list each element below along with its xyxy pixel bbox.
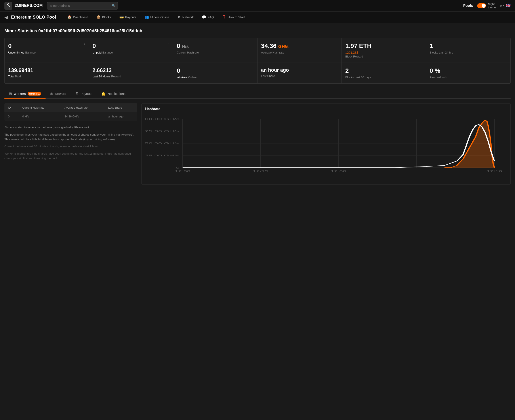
svg-text:75.00 GH/s: 75.00 GH/s xyxy=(145,130,179,133)
tab-reward-label: Reward xyxy=(55,92,66,96)
pool-title: Ethereum SOLO Pool xyxy=(11,15,56,20)
faq-icon: 💬 xyxy=(202,15,206,19)
search-input[interactable] xyxy=(47,2,118,9)
nav-blocks[interactable]: 📦 Blocks xyxy=(93,12,115,23)
col-last-share: Last Share xyxy=(104,103,137,112)
stat-workers-online: 0 Workers Online xyxy=(173,63,258,83)
svg-text:100.00 GH/s: 100.00 GH/s xyxy=(145,118,179,120)
svg-text:12:00: 12:00 xyxy=(331,170,346,172)
unconfirmed-info-icon[interactable]: ℹ xyxy=(84,43,85,46)
worker-id: 0 xyxy=(4,112,19,121)
info-text-2: The pool determines your hashrate based … xyxy=(4,133,137,142)
how-to-start-icon: ❓ xyxy=(222,15,226,19)
col-id: ID xyxy=(4,103,19,112)
stat-last-24h-reward-label: Last 24 Hours Reward xyxy=(92,75,169,78)
tab-workers[interactable]: ⊞ Workers Offline: 1 xyxy=(4,89,45,99)
stat-total-paid-value: 139.69481 xyxy=(8,67,85,74)
search-box: 🔍 xyxy=(47,2,118,9)
stat-current-hashrate-label: Current Hashrate xyxy=(177,51,254,54)
stat-personal-luck-label: Personal luck xyxy=(430,76,507,79)
network-icon: 🖥 xyxy=(177,15,181,19)
tabs: ⊞ Workers Offline: 1 ◎ Reward 🗓 Payouts … xyxy=(4,89,511,99)
blocks-icon: 📦 xyxy=(96,15,101,19)
stat-blocks-24h: 1 Blocks Last 24 hrs xyxy=(426,38,510,63)
info-text-1: Since you start to mine your hashrate gr… xyxy=(4,125,137,130)
content: Miner Statistics 0x2fbb07c09d69fb2d5070d… xyxy=(0,23,515,190)
nav-faq-label: FAQ xyxy=(207,15,214,19)
workers-section: ID Current Hashrate Average Hashrate Las… xyxy=(4,103,511,185)
stat-blocks-30d: 2 Blocks Last 30 days xyxy=(342,63,426,83)
theme-toggle[interactable] xyxy=(477,3,486,8)
tab-reward[interactable]: ◎ Reward xyxy=(45,89,71,99)
stat-average-hashrate-value: 34.36 GH/s xyxy=(261,43,338,50)
nav-dashboard[interactable]: 🏠 Dashboard xyxy=(64,12,92,23)
stat-last-share: an hour ago Last Share xyxy=(258,63,342,83)
tab-notifications[interactable]: 🔔 Notifications xyxy=(97,89,130,99)
nav-network[interactable]: 🖥 Network xyxy=(174,12,197,23)
info-text-3: Current hashrate - last 30 minutes of wo… xyxy=(4,144,137,149)
stat-last-share-label: Last Share xyxy=(261,74,338,78)
stat-block-reward-label: Block Reward xyxy=(345,55,422,58)
worker-current-hashrate: 0 H/s xyxy=(19,112,61,121)
search-icon[interactable]: 🔍 xyxy=(112,4,116,8)
stat-total-paid: 139.69481 Total Paid xyxy=(5,63,89,83)
nav-how-to-start[interactable]: ❓ How to Start xyxy=(218,12,248,23)
night-toggle: Night theme xyxy=(477,2,496,9)
tab-notifications-label: Notifications xyxy=(107,92,125,96)
stat-personal-luck-value: 0 % xyxy=(430,67,507,74)
nav-faq[interactable]: 💬 FAQ xyxy=(198,12,217,23)
payouts-tab-icon: 🗓 xyxy=(75,92,79,96)
stat-unconfirmed-label: Unconfirmed Balance xyxy=(8,51,85,54)
stats-grid: 0 ℹ Unconfirmed Balance 0 ℹ Unpaid Balan… xyxy=(4,38,511,84)
stat-blocks-30d-label: Blocks Last 30 days xyxy=(345,76,422,79)
nav-payouts[interactable]: 💳 Payouts xyxy=(116,12,140,23)
pools-link[interactable]: Pools xyxy=(463,4,473,8)
col-average-hashrate: Average Hashrate xyxy=(61,103,105,112)
stat-unpaid-label: Unpaid Balance xyxy=(92,51,169,54)
lang-label: EN xyxy=(500,4,505,8)
stat-block-reward-value: 1.97 ETH xyxy=(345,43,422,50)
nav: ◀ Ethereum SOLO Pool 🏠 Dashboard 📦 Block… xyxy=(0,12,515,23)
header: ⛏ 2MINERS.COM 🔍 Pools Night theme EN 🇬🇧 xyxy=(0,0,515,12)
table-row: 0 0 H/s 34.36 GH/s an hour ago xyxy=(4,112,137,121)
stat-blocks-24h-label: Blocks Last 24 hrs xyxy=(430,51,507,54)
hashrate-chart: 100.00 GH/s 75.00 GH/s 50.00 GH/s 25.00 … xyxy=(145,115,507,181)
svg-text:12/16: 12/16 xyxy=(486,170,502,172)
chart-area: 100.00 GH/s 75.00 GH/s 50.00 GH/s 25.00 … xyxy=(145,115,507,181)
nav-blocks-label: Blocks xyxy=(102,15,111,19)
flag-icon: 🇬🇧 xyxy=(506,3,511,8)
stat-unpaid-value: 0 xyxy=(92,43,96,50)
svg-marker-19 xyxy=(444,120,494,168)
table-info: Since you start to mine your hashrate gr… xyxy=(4,125,137,161)
logo[interactable]: ⛏ 2MINERS.COM xyxy=(4,2,43,10)
stat-unconfirmed-value: 0 xyxy=(8,43,12,50)
nav-network-label: Network xyxy=(182,15,194,19)
svg-text:50.00 GH/s: 50.00 GH/s xyxy=(145,142,179,145)
stat-current-hashrate-value: 0 H/s xyxy=(177,43,254,50)
svg-text:12/15: 12/15 xyxy=(253,170,269,172)
nav-how-to-start-label: How to Start xyxy=(228,15,245,19)
workers-table: ID Current Hashrate Average Hashrate Las… xyxy=(4,103,137,121)
stat-last-24h-reward-value: 2.66213 xyxy=(92,67,169,74)
stat-last-share-value: an hour ago xyxy=(261,67,338,73)
reward-tab-icon: ◎ xyxy=(50,91,53,96)
tab-payouts[interactable]: 🗓 Payouts xyxy=(71,89,97,99)
workers-tab-icon: ⊞ xyxy=(9,91,12,96)
stat-average-hashrate: 34.36 GH/s Average Hashrate xyxy=(258,38,342,63)
col-current-hashrate: Current Hashrate xyxy=(19,103,61,112)
tab-payouts-label: Payouts xyxy=(81,92,92,96)
tab-workers-label: Workers xyxy=(14,92,26,96)
stat-block-reward: 1.97 ETH 1221.33$ Block Reward xyxy=(342,38,426,63)
back-arrow[interactable]: ◀ xyxy=(4,15,8,20)
nav-dashboard-label: Dashboard xyxy=(73,15,88,19)
unpaid-info-icon[interactable]: ℹ xyxy=(169,43,169,46)
logo-text: 2MINERS.COM xyxy=(15,3,43,8)
language-selector[interactable]: EN 🇬🇧 xyxy=(500,3,511,8)
nav-miners-online[interactable]: 👥 Miners Online xyxy=(141,12,173,23)
logo-icon: ⛏ xyxy=(4,2,12,10)
worker-last-share: an hour ago xyxy=(104,112,137,121)
info-text-4: Worker is highlighted if no shares have … xyxy=(4,151,137,161)
workers-offline-badge: Offline: 1 xyxy=(28,92,41,96)
header-right: Pools Night theme EN 🇬🇧 xyxy=(463,2,511,9)
stat-block-reward-usd: 1221.33$ xyxy=(345,51,422,54)
